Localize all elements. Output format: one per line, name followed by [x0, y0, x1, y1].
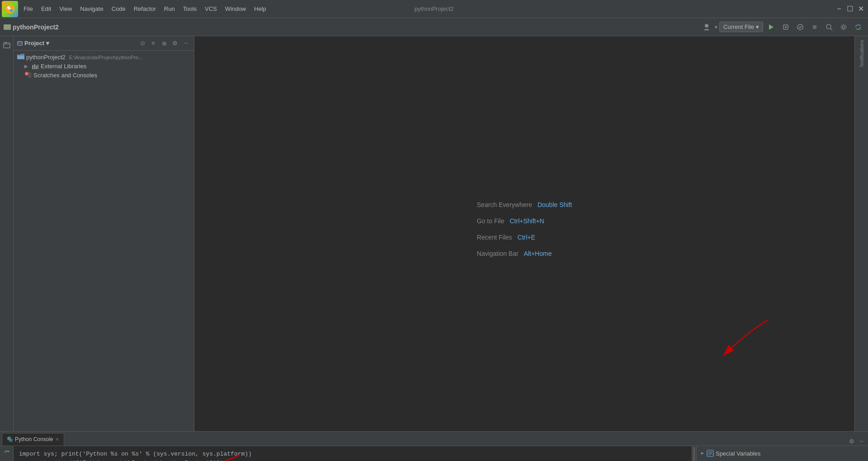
- tree-item-project-root[interactable]: pythonProject2 E:\Anaconda\Project\pytho…: [14, 52, 194, 62]
- hint-recent-files: Recent Files Ctrl+E: [477, 234, 572, 241]
- editor-area: Search Everywhere Double Shift Go to Fil…: [194, 36, 854, 431]
- svg-point-6: [785, 26, 787, 28]
- account-icon-btn[interactable]: [700, 21, 713, 33]
- project-root-label: pythonProject2: [26, 54, 66, 61]
- console-tab-close[interactable]: ✕: [55, 437, 59, 442]
- scratches-icon: [24, 71, 32, 79]
- debug-button[interactable]: [779, 21, 792, 33]
- menu-navigate[interactable]: Navigate: [76, 4, 107, 14]
- close-button[interactable]: ✕: [857, 5, 864, 13]
- tree-item-scratches[interactable]: Scratches and Consoles: [14, 71, 194, 80]
- special-vars-label: Special Variables: [716, 450, 760, 457]
- menu-run[interactable]: Run: [160, 4, 179, 14]
- svg-rect-8: [813, 25, 816, 29]
- bottom-tabs-header: Python Console ✕ ⚙ −: [0, 432, 868, 446]
- external-libs-label: External Libraries: [41, 63, 86, 70]
- hint-nav-bar: Navigation Bar Alt+Home: [477, 250, 572, 257]
- left-sidebar: [0, 36, 14, 431]
- coverage-button[interactable]: [794, 21, 807, 33]
- menu-view[interactable]: View: [56, 4, 75, 14]
- menu-help[interactable]: Help: [250, 4, 270, 14]
- editor-placeholder: Search Everywhere Double Shift Go to Fil…: [477, 201, 572, 266]
- svg-marker-32: [701, 452, 704, 455]
- console-line-2: sys.path.extend(['E:\\Anaconda\\Project\…: [19, 459, 686, 461]
- special-vars-icon: [707, 450, 714, 457]
- menu-file[interactable]: File: [20, 4, 37, 14]
- svg-point-24: [9, 438, 13, 442]
- bottom-content: ⚙ + 🕐 import sys; print('Python %s on %s…: [0, 446, 868, 461]
- svg-marker-4: [769, 24, 774, 30]
- menu-window[interactable]: Window: [222, 4, 250, 14]
- stop-button[interactable]: [808, 21, 821, 33]
- svg-line-10: [830, 28, 832, 30]
- console-line-1: import sys; print('Python %s on %s' % (s…: [19, 450, 686, 459]
- sidebar-project-icon[interactable]: [1, 40, 12, 51]
- expand-all-icon[interactable]: ≡: [149, 39, 158, 48]
- hint-label-search: Search Everywhere: [477, 201, 532, 208]
- special-variables-header[interactable]: Special Variables: [700, 450, 864, 457]
- updates-button[interactable]: [852, 21, 864, 33]
- menu-refactor[interactable]: Refactor: [130, 4, 160, 14]
- run-config-chevron: ▾: [756, 24, 759, 30]
- maximize-button[interactable]: ☐: [846, 5, 854, 13]
- hint-label-recent: Recent Files: [477, 234, 512, 241]
- settings-button[interactable]: [837, 21, 850, 33]
- bottom-tab-python-console[interactable]: Python Console ✕: [2, 433, 64, 446]
- settings-gear-icon[interactable]: ⚙: [170, 39, 179, 48]
- special-variables-panel: Special Variables: [696, 446, 868, 461]
- console-settings-btn[interactable]: ⚙: [847, 437, 856, 446]
- window-title: pythonProject2: [415, 5, 454, 12]
- run-button[interactable]: [765, 21, 778, 33]
- project-panel: Project ▾ ⊙ ≡ ≣ ⚙ − pythonProject2 E:\An…: [14, 36, 194, 431]
- svg-point-11: [842, 26, 845, 28]
- svg-rect-18: [34, 64, 35, 69]
- svg-rect-17: [32, 65, 33, 69]
- menu-code[interactable]: Code: [108, 4, 129, 14]
- svg-point-9: [826, 24, 831, 29]
- hint-shortcut-goto: Ctrl+Shift+N: [509, 217, 544, 225]
- svg-rect-14: [5, 42, 7, 43]
- hint-label-nav: Navigation Bar: [477, 250, 519, 257]
- svg-rect-15: [18, 42, 22, 45]
- hint-shortcut-search: Double Shift: [538, 201, 572, 208]
- console-left-toolbar: ⚙ + 🕐: [0, 446, 14, 461]
- app-icon: [2, 1, 18, 17]
- project-root-path: E:\Anaconda\Project\pythonPro...: [69, 55, 143, 60]
- console-output[interactable]: import sys; print('Python %s on %s' % (s…: [14, 446, 692, 461]
- svg-rect-19: [36, 66, 37, 69]
- restart-console-btn[interactable]: [2, 448, 12, 458]
- hide-icon[interactable]: −: [181, 39, 190, 48]
- project-folder-icon: [17, 53, 24, 61]
- project-panel-header: Project ▾ ⊙ ≡ ≣ ⚙ −: [14, 36, 194, 51]
- search-everywhere-button[interactable]: [823, 21, 835, 33]
- right-sidebar[interactable]: Notifications: [854, 36, 868, 431]
- special-vars-expand-icon: [700, 451, 705, 456]
- scope-icon[interactable]: ⊙: [138, 39, 147, 48]
- menu-vcs[interactable]: VCS: [201, 4, 221, 14]
- project-panel-title: Project ▾: [17, 40, 136, 47]
- console-scrollbar[interactable]: [692, 446, 696, 461]
- hint-goto-file: Go to File Ctrl+Shift+N: [477, 217, 572, 225]
- tree-expand-icon: ▶: [24, 64, 30, 69]
- collapse-all-icon[interactable]: ≣: [160, 39, 169, 48]
- menu-edit[interactable]: Edit: [38, 4, 55, 14]
- project-tree: pythonProject2 E:\Anaconda\Project\pytho…: [14, 51, 194, 431]
- python-console-tab-icon: [7, 436, 13, 442]
- run-config-dropdown[interactable]: Current File ▾: [719, 22, 763, 32]
- svg-point-1: [7, 6, 10, 9]
- python-console-tab-label: Python Console: [15, 436, 53, 442]
- hint-search-everywhere: Search Everywhere Double Shift: [477, 201, 572, 208]
- console-hide-btn[interactable]: −: [857, 437, 866, 446]
- svg-point-22: [26, 73, 28, 75]
- account-chevron[interactable]: ▾: [715, 24, 717, 30]
- svg-point-3: [705, 24, 708, 28]
- svg-point-2: [10, 9, 13, 12]
- menu-tools[interactable]: Tools: [179, 4, 200, 14]
- hint-shortcut-recent: Ctrl+E: [518, 234, 535, 241]
- scratches-label: Scratches and Consoles: [33, 72, 97, 79]
- notifications-label: Notifications: [859, 36, 864, 71]
- minimize-button[interactable]: −: [835, 5, 843, 13]
- tree-item-external-libs[interactable]: ▶ External Libraries: [14, 62, 194, 71]
- project-folder-icon: [4, 24, 11, 30]
- library-icon: [32, 63, 39, 70]
